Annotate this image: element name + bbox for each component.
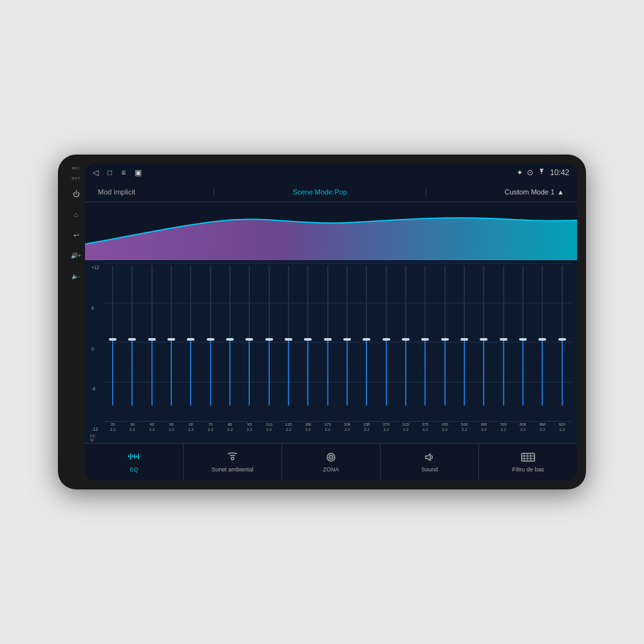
freq-col-12: 2002.2 — [337, 421, 357, 434]
slider-thumb-16[interactable] — [421, 338, 429, 341]
fc-q-labels: FC: Q: — [90, 434, 103, 442]
slider-thumb-5[interactable] — [207, 338, 214, 341]
slider-thumb-11[interactable] — [324, 338, 332, 341]
slider-thumb-22[interactable] — [538, 338, 546, 341]
nav-ambient[interactable]: Sunet ambiental — [184, 444, 282, 480]
slider-track-19[interactable] — [483, 265, 484, 406]
slider-thumb-6[interactable] — [226, 338, 234, 341]
slider-fill-22 — [542, 338, 543, 406]
nav-sound[interactable]: Sound — [381, 444, 479, 480]
slider-thumb-2[interactable] — [148, 338, 156, 341]
slider-thumb-23[interactable] — [558, 338, 566, 341]
slider-track-0[interactable] — [112, 265, 113, 406]
slider-thumb-19[interactable] — [480, 338, 488, 341]
slider-col-7 — [240, 263, 259, 408]
freq-label-22: 860 — [539, 422, 545, 428]
slider-thumb-18[interactable] — [460, 338, 468, 341]
slider-thumb-17[interactable] — [441, 338, 449, 341]
slider-thumb-13[interactable] — [363, 338, 370, 341]
slider-track-16[interactable] — [424, 265, 426, 406]
nav-bass[interactable]: Filtru de bas — [479, 444, 577, 480]
freq-label-10: 150 — [305, 422, 311, 428]
q-label-23: 2.2 — [560, 428, 565, 433]
slider-track-2[interactable] — [151, 265, 153, 406]
slider-col-14 — [377, 263, 396, 408]
slider-thumb-0[interactable] — [109, 338, 117, 341]
slider-col-2 — [142, 263, 162, 408]
slider-thumb-1[interactable] — [128, 338, 136, 341]
scene-mode[interactable]: Scene Mode:Pop — [293, 188, 347, 196]
eq-scale-left: +12 6 0 -6 -12 — [90, 263, 103, 434]
home-icon[interactable]: □ — [108, 168, 112, 177]
slider-track-6[interactable] — [229, 265, 231, 406]
slider-track-15[interactable] — [405, 265, 406, 406]
slider-thumb-3[interactable] — [167, 338, 175, 341]
slider-track-10[interactable] — [307, 265, 308, 406]
nav-zone[interactable]: ZONA — [282, 444, 381, 480]
filter-icon — [521, 452, 535, 465]
slider-track-23[interactable] — [562, 265, 563, 406]
q-label-4: 2.2 — [188, 428, 193, 433]
freq-col-2: 402.2 — [142, 421, 162, 434]
freq-col-17: 4352.2 — [435, 421, 455, 434]
slider-thumb-21[interactable] — [519, 338, 527, 341]
slider-col-10 — [298, 263, 317, 408]
slider-thumb-10[interactable] — [304, 338, 312, 341]
home-side-icon[interactable]: ⌂ — [69, 207, 83, 222]
slider-track-4[interactable] — [190, 265, 191, 406]
q-label-3: 2.2 — [169, 428, 174, 433]
slider-track-12[interactable] — [346, 265, 348, 406]
slider-thumb-9[interactable] — [285, 338, 292, 341]
eq-icon — [128, 452, 140, 465]
slider-track-21[interactable] — [522, 265, 524, 406]
slider-thumb-15[interactable] — [402, 338, 410, 341]
slider-thumb-7[interactable] — [245, 338, 253, 341]
q-label-0: 2.2 — [110, 428, 115, 433]
eq-sliders-area: +12 6 0 -6 -12 — [85, 260, 577, 443]
back-side-icon[interactable]: ↩ — [69, 228, 83, 242]
nav-eq-label: EQ — [129, 466, 138, 473]
wifi-icon — [537, 168, 546, 177]
slider-track-11[interactable] — [327, 265, 328, 406]
nav-eq[interactable]: EQ — [85, 444, 184, 480]
slider-thumb-12[interactable] — [343, 338, 351, 341]
slider-track-22[interactable] — [542, 265, 543, 406]
bottom-nav: EQ Sunet ambiental — [85, 443, 577, 480]
freq-col-15: 3152.2 — [396, 421, 415, 434]
freq-label-16: 375 — [422, 422, 428, 428]
vol-up-icon[interactable]: 🔊+ — [69, 249, 83, 263]
custom-mode[interactable]: Custom Mode 1 ▲ — [504, 188, 564, 196]
scale-neg12: -12 — [91, 427, 102, 431]
slider-track-14[interactable] — [386, 265, 387, 406]
mode-implicit[interactable]: Mod implicit — [98, 188, 135, 196]
slider-track-5[interactable] — [210, 265, 211, 406]
location-icon: ⊙ — [527, 168, 533, 177]
menu-icon[interactable]: ≡ — [121, 168, 126, 177]
vol-down-icon[interactable]: 🔈- — [69, 269, 83, 283]
slider-fill-4 — [190, 338, 191, 406]
mic-label: MIC — [72, 166, 80, 170]
status-bar: ◁ □ ≡ ▣ ✦ ⊙ 10:42 — [85, 164, 577, 182]
slider-track-18[interactable] — [464, 265, 465, 406]
power-icon[interactable]: ⏻ — [69, 187, 83, 201]
screen: ◁ □ ≡ ▣ ✦ ⊙ 10:42 Mod implicit — [85, 164, 577, 480]
back-arrow-icon[interactable]: ◁ — [93, 168, 99, 177]
slider-thumb-4[interactable] — [187, 338, 194, 341]
slider-track-8[interactable] — [269, 265, 270, 406]
slider-thumb-20[interactable] — [500, 338, 507, 341]
slider-track-17[interactable] — [444, 265, 446, 406]
slider-track-9[interactable] — [288, 265, 289, 406]
freq-col-1: 302.2 — [122, 421, 142, 434]
slider-track-13[interactable] — [366, 265, 367, 406]
nav-bass-label: Filtru de bas — [512, 466, 544, 473]
svg-point-15 — [330, 457, 332, 458]
slider-track-20[interactable] — [503, 265, 504, 406]
slider-thumb-14[interactable] — [383, 338, 390, 341]
slider-fill-15 — [405, 338, 406, 406]
slider-track-7[interactable] — [249, 265, 250, 406]
slider-fill-8 — [269, 338, 270, 406]
bookmark-icon[interactable]: ▣ — [135, 168, 142, 177]
slider-track-1[interactable] — [131, 265, 133, 406]
slider-thumb-8[interactable] — [265, 338, 273, 341]
slider-track-3[interactable] — [171, 265, 172, 406]
